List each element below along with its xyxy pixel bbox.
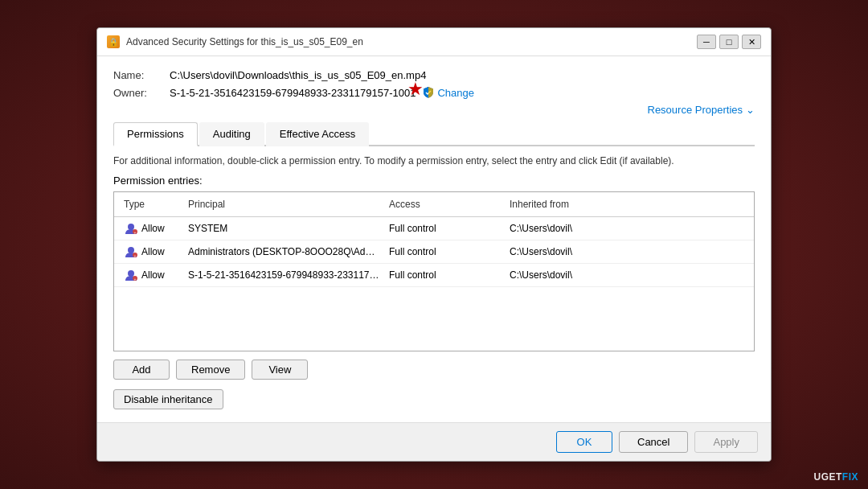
ugetfix-branding: UGETFIX	[813, 471, 858, 483]
maximize-button[interactable]: □	[719, 35, 739, 49]
table-row[interactable]: + Allow SYSTEM Full control C:\Users\dov…	[114, 217, 754, 240]
svg-text:+: +	[134, 253, 137, 257]
cell-access: Full control	[386, 268, 506, 282]
cell-type: + Allow	[121, 266, 185, 284]
change-link[interactable]: Change	[422, 86, 474, 99]
tab-effective-access[interactable]: Effective Access	[266, 122, 369, 146]
name-label: Name:	[113, 69, 170, 81]
cell-access: Full control	[386, 221, 506, 236]
title-controls: ─ □ ✕	[697, 35, 761, 49]
apply-button[interactable]: Apply	[694, 431, 758, 453]
cell-access: Full control	[386, 244, 506, 259]
permission-entries-label: Permission entries:	[113, 175, 755, 187]
cell-inherited: C:\Users\dovil\	[506, 244, 747, 259]
svg-text:+: +	[134, 229, 137, 234]
add-button[interactable]: Add	[113, 360, 170, 380]
col-header-principal: Principal	[185, 195, 386, 213]
disable-inheritance-button[interactable]: Disable inheritance	[113, 389, 223, 409]
title-bar-left: 🔒 Advanced Security Settings for this_is…	[107, 35, 363, 48]
change-area: Change ★	[416, 86, 474, 99]
table-body: + Allow SYSTEM Full control C:\Users\dov…	[114, 217, 754, 287]
dialog-footer: OK Cancel Apply	[97, 422, 771, 461]
table-row[interactable]: + Allow S-1-5-21-3516423159-679948933-23…	[114, 264, 754, 287]
user-icon: +	[124, 268, 138, 282]
cell-principal: SYSTEM	[185, 221, 386, 236]
cancel-button[interactable]: Cancel	[619, 431, 688, 453]
cell-type: + Allow	[121, 220, 185, 237]
resource-properties-btn[interactable]: Resource Properties ⌄	[113, 104, 755, 116]
owner-row: Owner: S-1-5-21-3516423159-679948933-233…	[113, 86, 755, 99]
ok-button[interactable]: OK	[556, 431, 612, 453]
tab-auditing[interactable]: Auditing	[199, 122, 264, 146]
col-header-access: Access	[386, 195, 506, 213]
svg-text:+: +	[134, 276, 137, 281]
tabs-row: Permissions Auditing Effective Access	[113, 122, 755, 146]
red-star-icon: ★	[407, 79, 424, 100]
cell-type: + Allow	[121, 243, 185, 261]
action-buttons-row: Add Remove View	[113, 360, 755, 380]
change-label: Change	[437, 87, 474, 99]
permissions-table: Type Principal Access Inherited from + A…	[113, 191, 755, 351]
cell-inherited: C:\Users\dovil\	[506, 221, 747, 236]
disable-inheritance-row: Disable inheritance	[113, 389, 755, 409]
ugetfix-suffix: FIX	[842, 471, 858, 483]
col-header-type: Type	[121, 195, 185, 213]
owner-value: S-1-5-21-3516423159-679948933-2331179157…	[170, 87, 416, 99]
ugetfix-prefix: UGET	[813, 471, 841, 483]
owner-label: Owner:	[113, 87, 170, 99]
table-row[interactable]: + Allow Administrators (DESKTOP-8OOO28Q\…	[114, 240, 754, 264]
close-button[interactable]: ✕	[742, 35, 761, 49]
title-bar: 🔒 Advanced Security Settings for this_is…	[97, 28, 771, 56]
resource-properties-chevron: ⌄	[746, 104, 755, 116]
advanced-security-dialog: 🔒 Advanced Security Settings for this_is…	[96, 27, 772, 462]
resource-properties-label: Resource Properties	[648, 104, 743, 116]
user-icon: +	[124, 221, 138, 236]
cell-principal: Administrators (DESKTOP-8OOO28Q\Administ…	[185, 244, 386, 259]
user-icon: +	[124, 244, 138, 259]
shield-icon	[422, 86, 435, 99]
cell-principal: S-1-5-21-3516423159-679948933-2331179157…	[185, 268, 386, 282]
name-value: C:\Users\dovil\Downloads\this_is_us_s05_…	[170, 69, 426, 81]
window-icon: 🔒	[107, 35, 120, 48]
tab-permissions[interactable]: Permissions	[113, 122, 198, 146]
dialog-content: Name: C:\Users\dovil\Downloads\this_is_u…	[97, 56, 771, 422]
col-header-inherited: Inherited from	[506, 195, 747, 213]
name-row: Name: C:\Users\dovil\Downloads\this_is_u…	[113, 69, 755, 81]
minimize-button[interactable]: ─	[697, 35, 716, 49]
window-title: Advanced Security Settings for this_is_u…	[126, 36, 363, 47]
view-button[interactable]: View	[252, 360, 308, 380]
remove-button[interactable]: Remove	[176, 360, 245, 380]
permissions-info-text: For additional information, double-click…	[113, 154, 755, 168]
cell-inherited: C:\Users\dovil\	[506, 268, 747, 282]
table-header: Type Principal Access Inherited from	[114, 192, 754, 217]
